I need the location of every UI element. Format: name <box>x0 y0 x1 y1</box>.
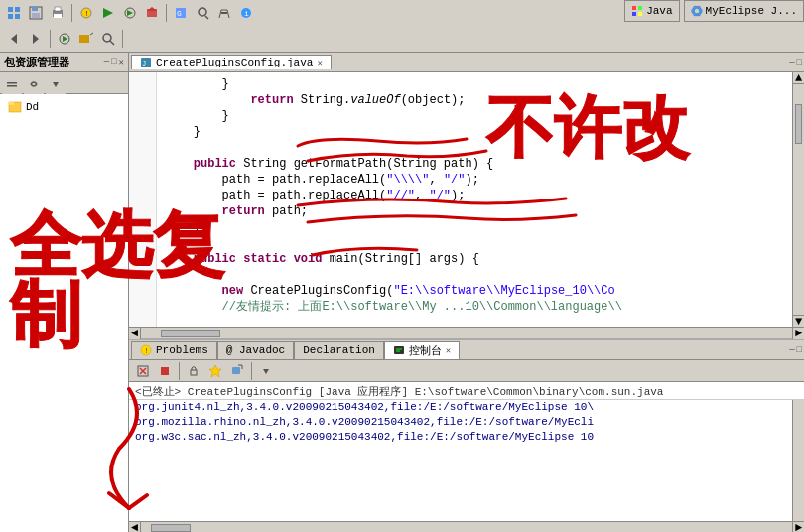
bottom-scroll-left[interactable]: ◄ <box>129 522 141 533</box>
panel-close[interactable]: ✕ <box>119 57 124 67</box>
scroll-h-thumb[interactable] <box>161 330 220 337</box>
main-layout: 包资源管理器 ─ □ ✕ Dd <box>0 53 804 532</box>
scrollbar-horizontal[interactable]: ◄ ► <box>129 327 804 338</box>
tree-item-dd[interactable]: Dd <box>4 98 124 116</box>
scroll-lock-btn[interactable] <box>184 361 203 381</box>
toolbar-run[interactable] <box>55 29 74 49</box>
clear-console-btn[interactable] <box>133 361 153 381</box>
panel-minimize[interactable]: ─ <box>104 57 109 67</box>
svg-rect-5 <box>32 7 38 11</box>
toolbar-btn-6[interactable]: G <box>171 3 191 23</box>
left-panel: 包资源管理器 ─ □ ✕ Dd <box>0 53 129 532</box>
tab-console-close[interactable]: ✕ <box>446 345 451 356</box>
tab-console[interactable]: 控制台 ✕ <box>384 341 460 359</box>
scroll-left-btn[interactable]: ◄ <box>129 328 141 339</box>
svg-rect-3 <box>15 14 20 19</box>
panel-title: 包资源管理器 <box>4 55 69 69</box>
svg-line-38 <box>110 41 114 45</box>
editor-content[interactable]: } return String.valueOf(object); } } pub… <box>129 72 804 327</box>
console-line-1: org.junit4.nl_zh,3.4.0.v20090215043402,f… <box>129 400 804 415</box>
svg-rect-1 <box>15 7 20 12</box>
scroll-up-btn[interactable]: ▲ <box>793 72 804 84</box>
java-perspective-btn[interactable]: Java <box>624 0 679 22</box>
bottom-maximize[interactable]: □ <box>797 345 802 355</box>
toolbar-btn-7[interactable] <box>193 3 212 23</box>
svg-text:!: ! <box>84 9 89 18</box>
code-line-14: new CreatePluginsConfig("E:\\software\\M… <box>165 283 784 299</box>
bottom-tab-bar: ! Problems @ Javadoc Declaration 控制台 ✕ <box>129 340 804 360</box>
new-console-btn[interactable] <box>227 361 247 381</box>
toolbar-btn-5[interactable] <box>142 3 162 23</box>
scroll-down-btn[interactable]: ▼ <box>793 315 804 327</box>
tab-problems[interactable]: ! Problems <box>131 341 217 359</box>
code-line-2: return String.valueOf(object); <box>165 92 784 108</box>
toolbar-btn-print[interactable] <box>48 3 67 23</box>
svg-rect-35 <box>79 35 89 43</box>
bottom-scroll-h-thumb[interactable] <box>151 524 191 532</box>
toolbar-btn-save[interactable] <box>26 3 46 23</box>
svg-rect-55 <box>191 370 197 375</box>
code-line-5 <box>165 140 784 156</box>
editor-maximize[interactable]: □ <box>797 58 802 67</box>
svg-rect-8 <box>55 7 61 11</box>
tab-declaration[interactable]: Declaration <box>294 341 384 359</box>
svg-marker-12 <box>103 8 113 18</box>
panel-maximize[interactable]: □ <box>111 57 116 67</box>
bottom-minimize[interactable]: ─ <box>789 345 794 355</box>
toolbar-search[interactable] <box>98 29 118 49</box>
bottom-scrollbar-v[interactable] <box>792 400 804 521</box>
toolbar-btn-8[interactable] <box>214 3 234 23</box>
svg-rect-24 <box>632 6 636 10</box>
separator-6 <box>251 362 252 380</box>
scroll-right-btn[interactable]: ► <box>792 328 804 339</box>
myeclipse-perspective-btn[interactable]: MyEclipse J... <box>684 0 804 22</box>
bottom-panel: ! Problems @ Javadoc Declaration 控制台 ✕ <box>129 340 804 532</box>
toolbar-build[interactable] <box>76 29 96 49</box>
toolbar-fwd[interactable] <box>26 29 46 49</box>
svg-point-37 <box>103 34 111 42</box>
scrollbar-vertical[interactable]: ▲ ▼ <box>792 72 804 327</box>
toolbar-btn-3[interactable] <box>98 3 118 23</box>
code-line-8: path = path.replaceAll("//", "/"); <box>165 188 784 203</box>
toolbar-btn-4[interactable] <box>120 3 140 23</box>
bottom-tabs: ! Problems @ Javadoc Declaration 控制台 ✕ <box>131 341 460 359</box>
code-line-9: return path; <box>165 203 784 219</box>
collapse-all-btn[interactable] <box>2 74 22 94</box>
code-area[interactable]: } return String.valueOf(object); } } pub… <box>157 72 792 327</box>
svg-marker-60 <box>263 369 269 374</box>
link-editor-btn[interactable] <box>24 74 44 94</box>
java-label: Java <box>646 5 672 17</box>
editor-minimize[interactable]: ─ <box>789 58 794 67</box>
svg-marker-56 <box>209 365 221 377</box>
toolbar-back[interactable] <box>4 29 24 49</box>
panel-header: 包资源管理器 ─ □ ✕ <box>0 53 128 72</box>
editor-tab-close[interactable]: ✕ <box>317 58 322 68</box>
separator-2 <box>166 4 167 22</box>
code-line-10: } <box>165 219 784 235</box>
bottom-scroll-right[interactable]: ► <box>792 522 804 533</box>
bottom-toolbar <box>129 360 804 382</box>
tree-item-label: Dd <box>26 101 39 113</box>
toolbar-btn-1[interactable] <box>4 3 24 23</box>
toolbar-btn-2[interactable]: ! <box>76 3 96 23</box>
editor-tab-main[interactable]: J CreatePluginsConfig.java ✕ <box>131 55 332 69</box>
view-menu-btn[interactable] <box>46 74 66 94</box>
editor-top: J CreatePluginsConfig.java ✕ ─ □ } retur… <box>129 53 804 340</box>
console-opts-btn[interactable] <box>256 361 276 381</box>
code-line-7: path = path.replaceAll("\\\\", "/"); <box>165 172 784 188</box>
toolbar-btn-9[interactable]: i <box>236 3 256 23</box>
pin-console-btn[interactable] <box>205 361 225 381</box>
panel-content: Dd <box>0 94 128 532</box>
console-line-3: org.w3c.sac.nl_zh,3.4.0.v20090215043402,… <box>129 430 804 445</box>
stop-btn[interactable] <box>155 361 175 381</box>
svg-rect-25 <box>638 6 642 10</box>
code-line-13 <box>165 267 784 283</box>
bottom-scrollbar-h[interactable]: ◄ ► <box>129 521 804 532</box>
tab-javadoc-label: @ Javadoc <box>226 344 285 356</box>
separator-4 <box>122 30 123 48</box>
console-line-2: org.mozilla.rhino.nl_zh,3.4.0.v200902150… <box>129 415 804 430</box>
svg-rect-43 <box>9 102 14 105</box>
tab-javadoc[interactable]: @ Javadoc <box>217 341 294 359</box>
bottom-panel-controls: ─ □ <box>789 345 802 355</box>
scroll-thumb[interactable] <box>795 104 802 144</box>
